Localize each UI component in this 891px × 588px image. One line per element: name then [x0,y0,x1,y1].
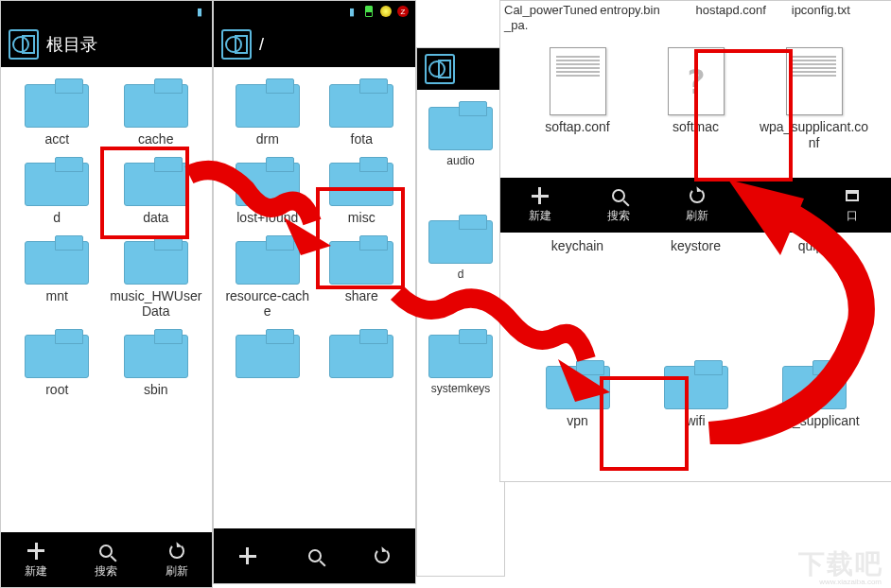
folder-icon [124,78,188,128]
window-button[interactable]: 口 [842,185,863,224]
search-button[interactable]: 搜索 [95,541,117,579]
folder-icon [546,360,610,409]
folder-label: resource-cache [223,288,312,320]
folder-lostfound[interactable]: lost+found [221,153,314,230]
folder-systemkeys[interactable]: systemkeys [425,325,497,399]
folder-label: music_HWUserData [110,288,203,320]
search-icon [96,541,116,562]
folder-audio[interactable]: audio [425,97,497,171]
folder-sbin[interactable]: sbin [108,325,205,402]
bottom-toolbar: 新建 搜索 刷新 视 口 [500,178,891,233]
search-icon [608,185,629,206]
folder-icon [25,235,89,285]
folder-drm[interactable]: drm [221,75,314,151]
folder-label: mnt [46,288,68,304]
file-label: ipconfig.txt [792,3,887,32]
notif-yellow-icon [379,5,393,18]
plus-icon [26,541,46,562]
folder-grid: audio d systemkeys [417,90,504,576]
folder-root[interactable]: root [9,325,106,402]
new-button[interactable] [237,545,258,566]
folder-label: systemkeys [431,382,491,395]
view-button[interactable]: 视 [765,185,786,224]
folder-label: d [458,268,464,281]
folder-share[interactable]: share [316,232,409,324]
file-label: softmac [673,119,719,135]
folder-icon [664,360,728,409]
file-label: wpa_supplicant.conf [758,119,870,151]
grid-icon [765,185,786,206]
folder-cache[interactable]: cache [108,75,205,151]
folder-icon [428,329,493,378]
file-label: Cal_powerTuned_pa. [504,3,600,32]
folder-grid-row2: vpn wifi wpa_supplicant [500,351,891,481]
folder-partial[interactable] [221,325,314,386]
refresh-icon [372,545,393,566]
folder-acct[interactable]: acct [9,75,106,151]
folder-label: quipc [798,238,830,254]
folder-label: sbin [144,382,168,398]
search-button[interactable] [305,545,325,566]
button-label: 口 [847,208,858,224]
file-manager-panel-misc: audio d systemkeys [416,47,505,577]
folder-d[interactable]: d [425,211,497,285]
top-file-row: Cal_powerTuned_pa. entropy.bin hostapd.c… [500,1,891,34]
folder-label: vpn [567,413,588,429]
button-label: 搜索 [607,208,630,224]
folder-label: data [143,210,168,226]
folder-label: keystore [671,238,721,254]
folder-wpa-supp[interactable]: wpa_supplicant [756,356,872,433]
button-label: 刷新 [686,208,708,224]
search-button[interactable]: 搜索 [607,185,630,224]
folder-wifi[interactable]: wifi [638,356,754,433]
folder-icon [329,78,393,128]
plus-icon [237,545,258,566]
folder-grid: acct cache d data mnt music_HWUserData r… [1,67,212,532]
folder-rescache[interactable]: resource-cache [221,232,314,324]
folder-label: fota [351,131,373,147]
folder-data[interactable]: data [108,153,205,230]
folder-keystore-label[interactable]: keystore [638,234,754,258]
refresh-button[interactable] [372,545,393,566]
status-bar: ▮ [1,1,212,22]
folder-music[interactable]: music_HWUserData [108,232,205,324]
file-softmac[interactable]: softmac [638,43,754,155]
app-logo-icon[interactable] [221,29,252,60]
folder-icon [428,215,493,264]
folder-fota[interactable]: fota [316,75,409,151]
header [417,48,504,90]
folder-label: root [45,382,68,398]
folder-quipc-label[interactable]: quipc [756,234,872,258]
folder-icon [236,329,300,378]
folder-d[interactable]: d [9,153,106,230]
file-grid: softap.conf softmac wpa_supplicant.conf [500,34,891,178]
folder-partial2[interactable] [316,325,409,386]
file-label: softap.conf [545,119,610,135]
folder-misc[interactable]: misc [316,153,409,230]
button-label: 搜索 [95,563,117,579]
folder-label: lost+found [236,210,298,226]
app-logo-icon[interactable] [9,29,39,60]
refresh-button[interactable]: 刷新 [166,541,188,579]
bottom-toolbar [214,528,415,583]
watermark-url: www.xiazaiba.com [819,578,882,586]
refresh-button[interactable]: 刷新 [686,185,708,224]
folder-label: share [345,288,378,304]
folder-icon [124,157,188,206]
file-softap[interactable]: softap.conf [519,43,636,155]
new-button[interactable]: 新建 [25,541,47,579]
textfile-icon [786,47,843,115]
folder-mnt[interactable]: mnt [9,232,106,324]
folder-label: wpa_supplicant [768,413,860,429]
folder-icon [329,235,393,285]
file-wpa-supplicant[interactable]: wpa_supplicant.conf [756,43,872,155]
button-label: 新建 [25,563,47,579]
folder-grid: drm fota lost+found misc resource-cache … [214,67,415,528]
folder-vpn[interactable]: vpn [519,356,636,433]
folder-icon [428,101,493,150]
app-logo-icon[interactable] [425,54,455,84]
folder-icon [236,235,300,285]
folder-keychain-label[interactable]: keychain [519,234,636,258]
folder-icon [25,78,89,128]
new-button[interactable]: 新建 [529,185,551,224]
